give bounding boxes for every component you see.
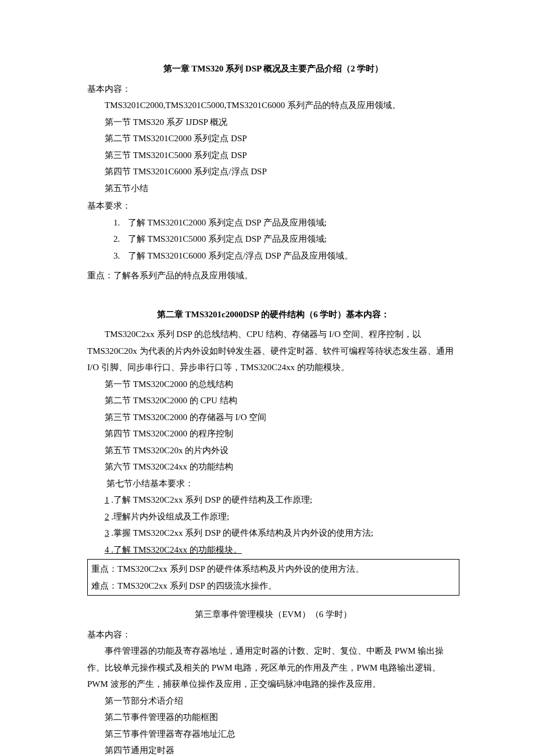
ch1-section: 第三节 TMS3201C5000 系列定点 DSP xyxy=(87,147,459,164)
ch2-highlight-box: 重点：TMS320C2xx 系列 DSP 的硬件体系结构及片内外设的使用方法。 … xyxy=(87,559,459,596)
ch2-req-text: .理解片内外设组成及工作原理; xyxy=(111,512,229,521)
ch2-req-text: .了解 TMS320C24xx 的功能模块。 xyxy=(109,545,242,554)
ch1-req-item: 3. 了解 TMS3201C6000 系列定点/浮点 DSP 产品及应用领域。 xyxy=(87,248,459,264)
ch1-req-item: 2. 了解 TMS3201C5000 系列定点 DSP 产品及应用领域; xyxy=(87,231,459,248)
ch1-req-text: 了解 TMS3201C5000 系列定点 DSP 产品及应用领域; xyxy=(128,234,327,243)
chapter-2-title: 第二章 TMS3201c2000DSP 的硬件结构（6 学时）基本内容： xyxy=(87,306,459,323)
ch1-basic-content-label: 基本内容： xyxy=(87,81,459,98)
ch1-req-item: 1. 了解 TMS3201C2000 系列定点 DSP 产品及应用领域; xyxy=(87,214,459,231)
list-number: 3. xyxy=(113,248,126,264)
list-number: 4 xyxy=(105,542,109,558)
ch1-focus: 重点：了解各系列产品的特点及应用领域。 xyxy=(87,267,459,284)
ch2-difficulty: 难点：TMS320C2xx 系列 DSP 的四级流水操作。 xyxy=(91,578,455,594)
ch2-section: 第二节 TMS320C2000 的 CPU 结构 xyxy=(87,392,459,409)
ch1-basic-req-label: 基本要求： xyxy=(87,198,459,214)
ch2-focus: 重点：TMS320C2xx 系列 DSP 的硬件体系结构及片内外设的使用方法。 xyxy=(91,561,455,578)
ch2-section: 第一节 TMS320C2000 的总线结构 xyxy=(87,376,459,393)
chapter-1-title: 第一章 TMS320 系列 DSP 概况及主要产品介绍（2 学时） xyxy=(87,60,459,77)
ch1-section: 第五节小结 xyxy=(87,180,459,197)
ch1-section: 第四节 TMS3201C6000 系列定点/浮点 DSP xyxy=(87,163,459,180)
ch2-req-item: 2 .理解片内外设组成及工作原理; xyxy=(87,508,459,525)
ch3-section: 第二节事件管理器的功能框图 xyxy=(87,709,459,726)
ch1-req-text: 了解 TMS3201C2000 系列定点 DSP 产品及应用领域; xyxy=(128,218,327,227)
list-number: 2 xyxy=(105,508,109,525)
ch2-section: 第四节 TMS320C2000 的程序控制 xyxy=(87,425,459,442)
ch2-req-item: 4 .了解 TMS320C24xx 的功能模块。 xyxy=(87,542,459,558)
ch1-section: 第二节 TMS3201C2000 系列定点 DSP xyxy=(87,130,459,147)
ch3-section: 第三节事件管理器寄存器地址汇总 xyxy=(87,726,459,743)
list-number: 3 xyxy=(105,525,109,542)
ch2-req-text: .掌握 TMS320C2xx 系列 DSP 的硬件体系结构及片内外设的使用方法; xyxy=(111,528,373,538)
ch2-section: 第七节小结基本要求： xyxy=(87,475,459,492)
ch3-section: 第四节通用定时器 xyxy=(87,742,459,756)
list-number: 1. xyxy=(113,214,126,231)
ch3-body: 事件管理器的功能及寄存器地址，通用定时器的计数、定时、复位、中断及 PWM 输出… xyxy=(87,643,459,693)
ch2-section: 第五节 TMS320C20x 的片内外设 xyxy=(87,442,459,459)
chapter-3-title: 第三章事件管理模块（EVM）（6 学时） xyxy=(87,606,459,623)
ch2-req-text: .了解 TMS320C2xx 系列 DSP 的硬件结构及工作原理; xyxy=(111,495,312,504)
list-number: 1 xyxy=(105,492,109,508)
ch2-req-item: 1 .了解 TMS320C2xx 系列 DSP 的硬件结构及工作原理; xyxy=(87,492,459,508)
ch2-req-item: 3 .掌握 TMS320C2xx 系列 DSP 的硬件体系结构及片内外设的使用方… xyxy=(87,525,459,542)
ch1-intro: TMS3201C2000,TMS3201C5000,TMS3201C6000 系… xyxy=(87,97,459,114)
ch1-section: 第一节 TMS320 系歹 IJDSP 概况 xyxy=(87,114,459,131)
ch1-req-text: 了解 TMS3201C6000 系列定点/浮点 DSP 产品及应用领域。 xyxy=(128,251,353,260)
ch2-body: TMS320C2xx 系列 DSP 的总线结构、CPU 结构、存储器与 I/O … xyxy=(87,326,459,376)
list-number: 2. xyxy=(113,231,126,248)
ch2-section: 第三节 TMS320C2000 的存储器与 I/O 空间 xyxy=(87,409,459,426)
ch3-section: 第一节部分术语介绍 xyxy=(87,693,459,710)
document-page: 第一章 TMS320 系列 DSP 概况及主要产品介绍（2 学时） 基本内容： … xyxy=(41,0,494,756)
ch2-section: 第六节 TMS320C24xx 的功能结构 xyxy=(87,458,459,475)
ch3-basic-content-label: 基本内容： xyxy=(87,626,459,643)
